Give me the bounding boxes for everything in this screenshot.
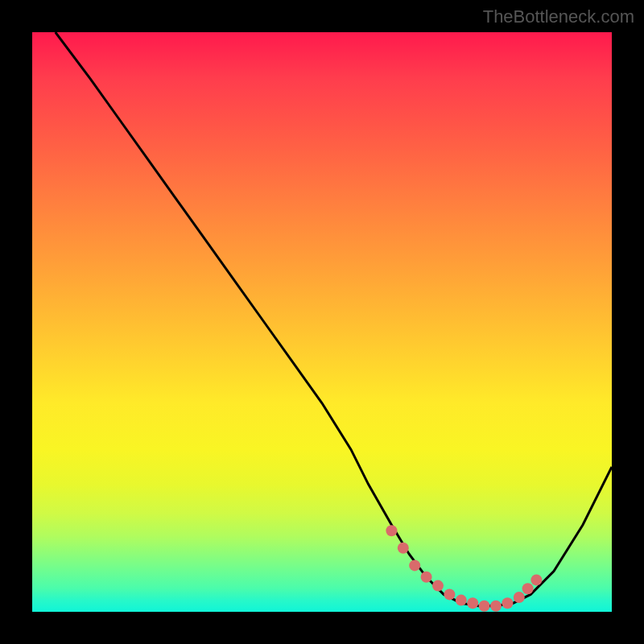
curve-path — [56, 32, 612, 606]
highlight-dot — [530, 574, 542, 585]
highlight-dot — [398, 543, 409, 554]
highlight-dot — [479, 601, 490, 612]
highlight-dot — [522, 583, 534, 594]
highlight-dot — [490, 601, 502, 612]
watermark-text: TheBottleneck.com — [483, 6, 634, 27]
highlight-dots — [386, 525, 542, 612]
chart-gradient-background — [32, 32, 612, 612]
highlight-dot — [409, 559, 420, 571]
highlight-dot — [444, 588, 455, 600]
highlight-dot — [502, 597, 513, 609]
highlight-dot — [467, 597, 478, 609]
highlight-dot — [456, 595, 467, 606]
chart-svg — [32, 32, 612, 612]
highlight-dot — [514, 592, 525, 603]
highlight-dot — [421, 572, 432, 583]
highlight-dot — [432, 580, 444, 592]
highlight-dot — [386, 525, 397, 536]
bottleneck-curve — [56, 32, 612, 606]
